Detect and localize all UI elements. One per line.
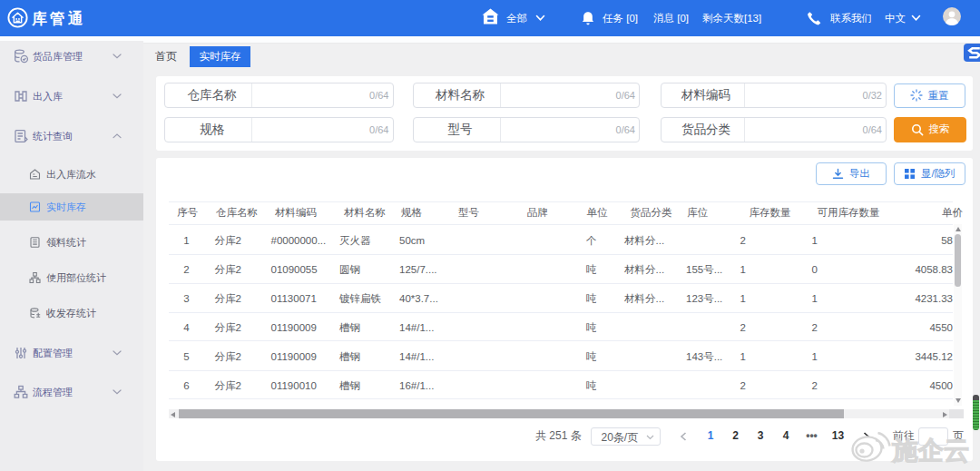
svg-text:施企云: 施企云 <box>891 436 970 465</box>
